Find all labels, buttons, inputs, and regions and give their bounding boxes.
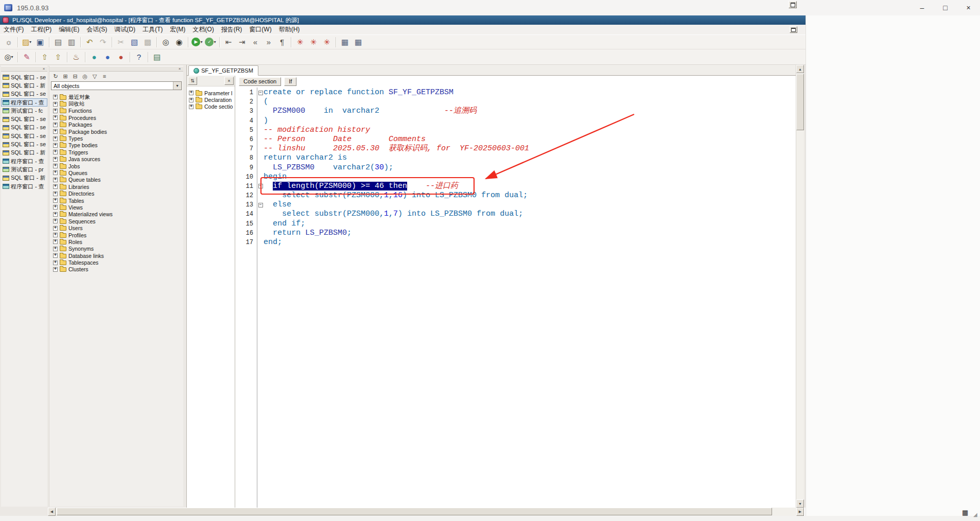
tree-item[interactable]: +Database links	[53, 252, 183, 259]
tree-item[interactable]: +Users	[53, 224, 183, 231]
mdi-restore-button[interactable]	[790, 26, 797, 33]
tree-item[interactable]: +Tables	[53, 197, 183, 204]
find-button[interactable]: ◎	[159, 36, 172, 48]
window-list-item[interactable]: 测试窗口 - pr	[1, 165, 47, 173]
tree-item[interactable]: +Tablespaces	[53, 259, 183, 266]
new-window-star-button-2[interactable]: ✳	[307, 36, 320, 48]
window-list-item[interactable]: SQL 窗口 - se	[1, 115, 47, 123]
expand-plus-icon[interactable]: +	[53, 170, 58, 175]
expand-plus-icon[interactable]: +	[53, 150, 58, 154]
expand-plus-icon[interactable]: +	[53, 136, 58, 141]
expand-plus-icon[interactable]: +	[189, 91, 194, 95]
edit-data-button[interactable]: ✎	[20, 51, 33, 63]
new-window-star-button-1[interactable]: ✳	[293, 36, 307, 48]
tree-item[interactable]: +Java sources	[53, 156, 183, 163]
print-preview-button[interactable]: ▥	[65, 36, 78, 48]
session-jug-button[interactable]: ♨	[69, 51, 83, 63]
expand-plus-icon[interactable]: +	[53, 178, 58, 182]
close-icon[interactable]: ×	[177, 66, 182, 72]
expand-all-button[interactable]: ⊞	[61, 73, 69, 80]
expand-plus-icon[interactable]: +	[53, 184, 58, 189]
uncomment-button[interactable]: «	[249, 36, 262, 48]
fold-collapse-icon[interactable]: −	[258, 91, 263, 95]
window-list-item[interactable]: SQL 窗口 - se	[1, 132, 47, 140]
sort-icon[interactable]: ⇅	[188, 77, 197, 85]
pot-button-1[interactable]: ●	[87, 51, 101, 63]
expand-plus-icon[interactable]: +	[53, 143, 58, 148]
undo-button[interactable]: ↶	[83, 36, 96, 48]
tree-item[interactable]: +Type bodies	[53, 142, 183, 149]
tree-item[interactable]: +Declaration	[189, 96, 235, 103]
filter-objects-button[interactable]: ▽	[91, 73, 99, 80]
expand-plus-icon[interactable]: +	[53, 247, 58, 251]
menu-item-8[interactable]: 文档(O)	[189, 25, 217, 34]
window-list-item[interactable]: 程序窗口 - 查	[1, 157, 47, 165]
window-list-item[interactable]: 测试窗口 - fc	[1, 107, 47, 115]
grid-icon[interactable]: ▦	[962, 509, 968, 516]
indent-right-button[interactable]: ⇥	[235, 36, 249, 48]
tree-item[interactable]: +Queue tables	[53, 177, 183, 183]
tree-item[interactable]: +Roles	[53, 238, 183, 245]
expand-plus-icon[interactable]: +	[53, 253, 58, 258]
menu-item-3[interactable]: 编辑(E)	[55, 25, 83, 34]
program-window-button[interactable]: ▤	[150, 51, 164, 63]
window-list-item[interactable]: SQL 窗口 - se	[1, 124, 47, 132]
collapse-all-button[interactable]: ⊟	[71, 73, 79, 80]
browser-prefs-button[interactable]: ≡	[100, 73, 109, 80]
tile-windows-button[interactable]: ▦	[352, 36, 365, 48]
tree-item[interactable]: +Triggers	[53, 149, 183, 155]
scroll-down-icon[interactable]: ▼	[796, 499, 804, 508]
scroll-right-icon[interactable]: ▶	[796, 508, 804, 516]
tree-item[interactable]: +Code sectio	[189, 103, 235, 110]
save-button[interactable]: ▣	[33, 36, 47, 48]
expand-plus-icon[interactable]: +	[53, 129, 58, 134]
editor-tab[interactable]: SF_YF_GETPZBSM	[188, 65, 258, 76]
help-button[interactable]: ?	[132, 51, 146, 63]
tree-item[interactable]: +Jobs	[53, 163, 183, 169]
close-icon[interactable]: ×	[41, 66, 46, 72]
tree-item[interactable]: +Parameter l	[189, 90, 235, 96]
expand-plus-icon[interactable]: +	[53, 109, 58, 113]
tree-item[interactable]: +Package bodies	[53, 128, 183, 135]
expand-plus-icon[interactable]: +	[53, 260, 58, 265]
expand-plus-icon[interactable]: +	[53, 226, 58, 231]
find-next-button[interactable]: ◉	[172, 36, 186, 48]
window-list-item[interactable]: SQL 窗口 - se	[1, 140, 47, 148]
tree-item[interactable]: +Procedures	[53, 114, 183, 121]
dropdown-caret-icon[interactable]: ▾	[200, 40, 202, 44]
tree-item[interactable]: +Synonyms	[53, 246, 183, 252]
paste-button[interactable]: ▩	[141, 36, 154, 48]
app-restore-button[interactable]	[789, 1, 797, 8]
menu-item-9[interactable]: 报告(R)	[218, 25, 246, 34]
tree-item[interactable]: +最近对象	[53, 94, 183, 100]
chevron-down-icon[interactable]: ▼	[173, 82, 181, 90]
expand-plus-icon[interactable]: +	[53, 198, 58, 203]
tree-item[interactable]: +Packages	[53, 121, 183, 128]
tree-item[interactable]: +Sequences	[53, 218, 183, 224]
window-list-item[interactable]: SQL 窗口 - 新	[1, 174, 47, 182]
expand-plus-icon[interactable]: +	[53, 267, 58, 272]
dropdown-caret-icon[interactable]: ▾	[214, 40, 216, 44]
window-list-item[interactable]: SQL 窗口 - se	[1, 73, 47, 81]
tree-item[interactable]: +Functions	[53, 108, 183, 114]
expand-plus-icon[interactable]: +	[53, 239, 58, 244]
new-window-star-button-3[interactable]: ✳	[320, 36, 334, 48]
browse-button[interactable]: ◎▾	[2, 51, 15, 63]
find-object-button[interactable]: ◎	[81, 73, 89, 80]
scroll-left-icon[interactable]: ◀	[48, 508, 56, 516]
dropdown-caret-icon[interactable]: ▾	[29, 40, 31, 44]
fold-collapse-icon[interactable]: −	[258, 203, 263, 207]
close-button[interactable]: ×	[957, 0, 980, 15]
expand-plus-icon[interactable]: +	[53, 212, 58, 217]
expand-plus-icon[interactable]: +	[53, 219, 58, 223]
window-list-item[interactable]: SQL 窗口 - 新	[1, 81, 47, 90]
if-button[interactable]: If	[284, 77, 296, 86]
expand-plus-icon[interactable]: +	[53, 233, 58, 237]
commit-button[interactable]: ✓▾	[204, 36, 217, 48]
dropdown-caret-icon[interactable]: ▾	[11, 55, 13, 59]
expand-plus-icon[interactable]: +	[53, 102, 58, 107]
comment-button[interactable]: »	[262, 36, 275, 48]
expand-plus-icon[interactable]: +	[53, 123, 58, 127]
tree-item[interactable]: +Profiles	[53, 232, 183, 238]
window-list-item[interactable]: 程序窗口 - 查	[1, 98, 47, 107]
